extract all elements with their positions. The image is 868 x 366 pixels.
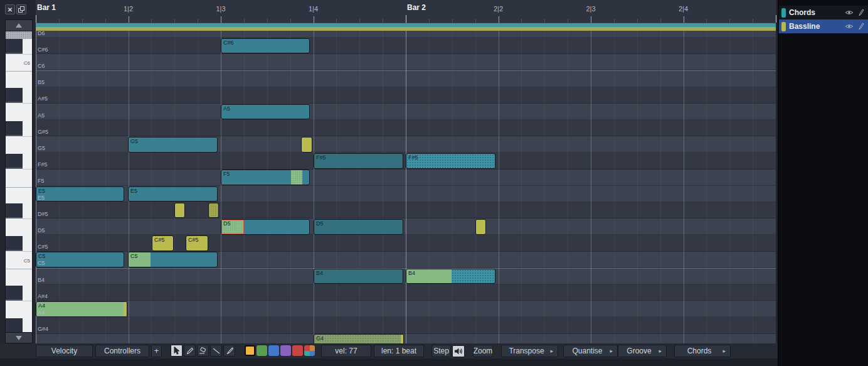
white-key-boundary: [6, 269, 33, 269]
black-key-Gs5[interactable]: [6, 121, 23, 136]
ruler-tick: [521, 19, 522, 23]
ruler-tick: [59, 19, 60, 23]
note-segment: [291, 170, 302, 185]
ruler-tick: [151, 19, 152, 23]
octave-key-label-C6: C6: [24, 60, 30, 66]
ruler-label-1-4: 1|4: [309, 5, 318, 13]
ruler-tick: [267, 19, 268, 23]
note-label: B4: [408, 270, 415, 276]
white-key-divider: [23, 54, 33, 55]
black-key-Cs6[interactable]: [6, 39, 23, 54]
brush-tool-button[interactable]: [223, 345, 235, 357]
midi-note-A4[interactable]: A4: [36, 301, 127, 317]
track-name: Bassline: [789, 22, 842, 31]
timeline-ruler[interactable]: Bar 11|21|31|4Bar 22|22|32|4: [36, 0, 776, 23]
close-icon[interactable]: ✕: [5, 4, 15, 14]
black-key-As5[interactable]: [6, 88, 23, 103]
track-item-bassline[interactable]: Bassline: [779, 19, 868, 33]
quantise-menu-button[interactable]: Quantise▸: [563, 345, 618, 357]
color-swatch[interactable]: [292, 345, 303, 356]
clip-strip-bassline[interactable]: [36, 27, 776, 31]
midi-note-C5[interactable]: C5: [128, 252, 218, 267]
note-grid[interactable]: D6C#6C6B5A#5A5G#5G5F#5F5E5D#5D5C#5C5B4A#…: [36, 0, 776, 343]
pencil-icon[interactable]: [857, 9, 865, 16]
add-lane-button[interactable]: +: [151, 345, 162, 357]
midi-note-Fs5[interactable]: F#5: [406, 153, 495, 169]
transpose-menu-button[interactable]: Transpose▸: [501, 345, 558, 357]
eraser-tool-button[interactable]: [197, 345, 209, 357]
track-item-chords[interactable]: Chords: [779, 6, 868, 19]
midi-note-D5[interactable]: D5: [221, 219, 310, 235]
midi-note-Ds5[interactable]: [174, 203, 185, 218]
note-label: D5: [316, 220, 324, 227]
ruler-tick: [105, 19, 106, 23]
ruler-tick: [614, 19, 615, 23]
track-list-panel: ChordsBassline: [778, 0, 868, 366]
track-name: Chords: [789, 8, 842, 17]
ruler-tick: [174, 19, 175, 23]
note-length-value[interactable]: len: 1 beat: [374, 345, 424, 357]
midi-note-F5[interactable]: F5: [221, 170, 310, 185]
ruler-tick: [359, 19, 360, 23]
black-key-Gs4[interactable]: [6, 318, 23, 333]
ruler-label-2-4: 2|4: [679, 5, 688, 13]
swatch-quadrant: [310, 351, 315, 357]
ruler-tick: [452, 19, 453, 23]
ruler-tick: [244, 19, 245, 23]
color-swatch[interactable]: [257, 345, 267, 356]
midi-note-B4[interactable]: B4: [406, 269, 495, 284]
zoom-button[interactable]: Zoom: [473, 345, 493, 357]
midi-note-Fs5[interactable]: F#5: [314, 153, 403, 169]
controllers-button[interactable]: Controllers: [95, 345, 149, 357]
midi-note-Ds5[interactable]: [208, 203, 219, 218]
black-key-Cs5[interactable]: [6, 236, 23, 251]
black-key-Ds5[interactable]: [6, 203, 23, 218]
black-key-Fs5[interactable]: [6, 154, 23, 169]
popout-icon[interactable]: [16, 4, 26, 14]
midi-note-E5[interactable]: E5: [128, 186, 218, 202]
piano-keyboard[interactable]: C6C5: [5, 19, 33, 343]
ruler-tick: [544, 19, 545, 23]
note-label: D5: [223, 220, 231, 227]
groove-menu-button[interactable]: Groove▸: [618, 345, 667, 357]
midi-note-Cs6[interactable]: C#6: [221, 38, 310, 54]
midi-note-Cs5[interactable]: C#5: [186, 235, 208, 251]
black-key-As4[interactable]: [6, 286, 23, 301]
note-label: G5: [130, 138, 138, 144]
audition-speaker-button[interactable]: [452, 345, 465, 357]
ruler-tick: [129, 16, 129, 23]
eye-icon[interactable]: [845, 23, 854, 30]
ruler-label-2-3: 2|3: [586, 5, 595, 13]
midi-note-D5[interactable]: [475, 219, 486, 235]
eye-icon[interactable]: [845, 9, 854, 16]
midi-note-B4[interactable]: B4: [314, 269, 403, 284]
ruler-tick: [221, 16, 221, 23]
note-label: F#5: [408, 154, 418, 161]
midi-note-G5[interactable]: [301, 137, 312, 153]
midi-note-C5[interactable]: C5: [36, 252, 124, 267]
line-tool-button[interactable]: [210, 345, 222, 357]
midi-note-G5[interactable]: G5: [128, 137, 218, 153]
multi-color-swatch[interactable]: [304, 345, 315, 356]
pencil-tool-button[interactable]: [184, 345, 196, 357]
scroll-down-button[interactable]: [6, 332, 32, 343]
select-tool-button[interactable]: [171, 345, 183, 357]
midi-note-G4[interactable]: G4: [314, 334, 404, 343]
scroll-up-button[interactable]: [6, 20, 32, 31]
midi-note-Cs5[interactable]: C#5: [152, 235, 174, 251]
color-swatch[interactable]: [280, 345, 291, 356]
chords-menu-button[interactable]: Chords▸: [674, 345, 731, 357]
chevron-right-icon: ▸: [659, 348, 662, 354]
pencil-icon[interactable]: [857, 23, 865, 30]
color-swatch[interactable]: [245, 345, 255, 356]
color-swatch[interactable]: [268, 345, 279, 356]
note-label: C#6: [223, 40, 234, 46]
step-button[interactable]: Step: [431, 345, 451, 357]
midi-note-A5[interactable]: A5: [221, 104, 310, 120]
velocity-button[interactable]: Velocity: [36, 345, 93, 357]
note-label: A4: [38, 303, 45, 309]
midi-note-E5[interactable]: E5: [36, 186, 124, 202]
ruler-tick: [406, 15, 406, 23]
velocity-value[interactable]: vel: 77: [321, 345, 371, 357]
midi-note-D5[interactable]: D5: [314, 219, 403, 235]
